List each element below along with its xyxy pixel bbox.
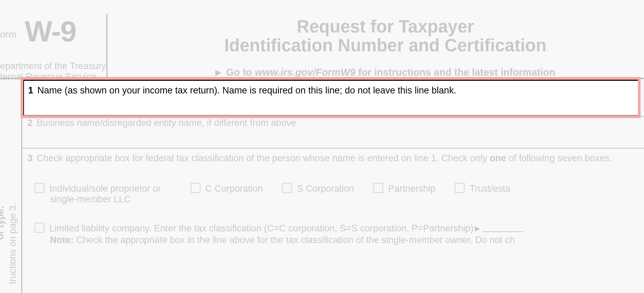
checkbox-box-icon[interactable] <box>34 222 45 233</box>
body-left-rule <box>21 78 22 293</box>
header-bottom-rule <box>0 78 644 79</box>
note-label: Note: <box>50 235 74 245</box>
checkbox-box-icon <box>455 183 465 193</box>
line1-text: Name (as shown on your income tax return… <box>37 85 456 95</box>
llc-blank-line[interactable] <box>483 231 524 232</box>
checkbox-s-corp[interactable]: S Corporation <box>282 183 354 194</box>
checkbox-partnership-label: Partnership <box>388 183 435 194</box>
note-text: Check the appropriate box in the line ab… <box>74 235 515 245</box>
checkbox-trust-label: Trust/esta <box>470 183 510 194</box>
line2-row: 2Business name/disregarded entity name, … <box>27 118 637 128</box>
checkbox-box-icon <box>34 183 45 193</box>
line3-text-b: of following seven boxes. <box>506 153 612 163</box>
w9-form-viewport: orm W-9 epartment of the Treasury ternal… <box>0 0 644 293</box>
rule-under-line1 <box>21 116 644 117</box>
goto-url: www.irs.gov/FormW9 <box>255 67 356 78</box>
triangle-right-icon: ▶ <box>475 224 480 233</box>
line3-row: 3Check appropriate box for federal tax c… <box>27 153 641 164</box>
form-id: W-9 <box>25 14 76 48</box>
line1-row: 1Name (as shown on your income tax retur… <box>27 85 637 95</box>
title-line1: Request for Taxpayer <box>297 17 474 36</box>
goto-prefix: Go to <box>226 67 255 78</box>
checkbox-box-icon <box>373 183 383 193</box>
sidebar-text-instructions: tructions on page 3. <box>8 203 18 284</box>
checkbox-s-corp-label: S Corporation <box>297 183 354 194</box>
form-word: orm <box>0 29 16 40</box>
sidebar-text-type: or type. <box>0 206 6 240</box>
checkbox-individual[interactable]: Individual/sole proprietor or single-mem… <box>34 183 171 205</box>
classification-checkboxes: Individual/sole proprietor or single-mem… <box>34 183 644 205</box>
checkbox-partnership[interactable]: Partnership <box>373 183 435 194</box>
checkbox-box-icon <box>190 183 201 193</box>
llc-line-a: Limited liability company. Enter the tax… <box>49 223 473 233</box>
rule-under-line2 <box>21 148 644 149</box>
header-divider <box>106 14 108 77</box>
line2-number: 2 <box>27 118 33 128</box>
checkbox-box-icon <box>282 183 292 193</box>
checkbox-c-corp[interactable]: C Corporation <box>190 183 263 194</box>
goto-line: ▶ Go to www.irs.gov/FormW9 for instructi… <box>127 67 644 78</box>
w9-form-base: orm W-9 epartment of the Treasury ternal… <box>0 0 644 293</box>
goto-suffix: for instructions and the latest informat… <box>356 67 555 78</box>
line1-number: 1 <box>27 85 33 95</box>
checkbox-individual-label-a: Individual/sole proprietor or <box>49 183 161 194</box>
line3-text-a: Check appropriate box for federal tax cl… <box>37 153 490 163</box>
header-left: orm W-9 epartment of the Treasury ternal… <box>0 0 106 77</box>
form-title: Request for Taxpayer Identification Numb… <box>127 17 644 55</box>
line3-one: one <box>490 153 506 163</box>
checkbox-individual-label-b: single-member LLC <box>50 194 171 205</box>
llc-block: Limited liability company. Enter the tax… <box>34 222 644 246</box>
triangle-right-icon: ▶ <box>215 68 221 77</box>
dept-line1: epartment of the Treasury <box>0 61 106 71</box>
line3-number: 3 <box>27 153 33 163</box>
dept-line2: ternal Revenue Service <box>0 72 96 82</box>
checkbox-trust[interactable]: Trust/esta <box>455 183 510 194</box>
checkbox-c-corp-label: C Corporation <box>206 183 263 194</box>
title-line2: Identification Number and Certification <box>224 36 547 55</box>
line2-text: Business name/disregarded entity name, i… <box>37 118 296 128</box>
